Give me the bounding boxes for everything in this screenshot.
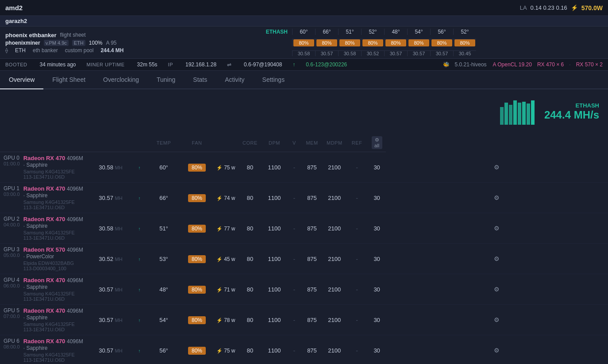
tabs-bar: Overview Flight Sheet Overclocking Tunin…	[0, 71, 608, 89]
all-button[interactable]: ⚙ all	[372, 136, 382, 149]
svg-rect-6	[527, 103, 530, 125]
ip-value: 192.168.1.28	[185, 61, 216, 68]
mem-cell: 2100	[323, 274, 346, 305]
th-mem: MEM	[301, 134, 323, 152]
fan-cell: 80%	[181, 244, 212, 274]
gpu-hashes-row: 30.58 30.57 30.58 30.52 30.57 30.57 30.5…	[257, 48, 608, 58]
svg-rect-0	[500, 107, 504, 125]
mem-cell: 2100	[323, 152, 346, 183]
table-row: GPU 4 06:00.0 Radeon RX 470 4096M · Sapp…	[0, 274, 608, 305]
status-bar: BOOTED 34 minutes ago MINER UPTIME 32m 5…	[0, 59, 608, 71]
core-cell: 80	[239, 305, 261, 335]
table-row: GPU 1 03:00.0 Radeon RX 470 4096M · Sapp…	[0, 183, 608, 213]
arrow-cell: ↑	[133, 335, 146, 364]
miner-right: ETHASH 60° 66° 51° 52° 48° 54° 56° 52° 8…	[257, 27, 608, 58]
watt-cell: ⚡ 75 w	[212, 335, 239, 364]
tab-flight-sheet[interactable]: Flight Sheet	[43, 71, 94, 89]
hive-ver: 5.0.21-hiveos	[455, 61, 487, 68]
dpm-cell: 1100	[261, 152, 288, 183]
v-cell: 875	[301, 244, 323, 274]
chart-hashrate: 244.4 MH/s	[544, 109, 599, 121]
hive-icon: 🐝	[443, 61, 450, 68]
gpu-hash-7: 30.45	[453, 50, 476, 56]
hashrate-chart	[500, 98, 535, 125]
la-values: 0.14 0.23 0.16	[531, 4, 567, 11]
th-ref: REF	[346, 134, 368, 152]
svg-rect-1	[504, 103, 508, 125]
fan-cell: 80%	[181, 152, 212, 183]
tab-overclocking[interactable]: Overclocking	[94, 71, 148, 89]
top-bar-right: LA 0.14 0.23 0.16 ⚡ 570.0W	[520, 4, 603, 11]
tune-cell[interactable]: ⚙	[386, 305, 608, 335]
watt-cell: ⚡ 75 w	[212, 152, 239, 183]
arrow-cell: ↑	[133, 152, 146, 183]
tab-settings[interactable]: Settings	[254, 71, 294, 89]
a-label: A 95	[106, 40, 116, 46]
dpm-cell: 1100	[261, 335, 288, 364]
gpu-temps-row: ETHASH 60° 66° 51° 52° 48° 54° 56° 52°	[257, 27, 608, 37]
gpu-id-cell: GPU 6 08:00.0 Radeon RX 470 4096M · Sapp…	[0, 335, 89, 364]
mdpm-cell: -	[346, 335, 368, 364]
tab-overview[interactable]: Overview	[0, 71, 43, 89]
miner-left: phoenix ethbanker flight sheet phoenixmi…	[0, 27, 257, 58]
table-row: GPU 5 07:00.0 Radeon RX 470 4096M · Sapp…	[0, 305, 608, 335]
ref-cell: 30	[368, 335, 386, 364]
th-hash	[89, 134, 133, 152]
th-mdpm: MDPM	[323, 134, 346, 152]
tune-cell[interactable]: ⚙	[386, 244, 608, 274]
gpu-id-cell: GPU 3 05:00.0 Radeon RX 570 4096M · Powe…	[0, 244, 89, 274]
mdpm-cell: -	[346, 183, 368, 213]
table-row: GPU 2 04:00.0 Radeon RX 470 4096M · Sapp…	[0, 213, 608, 244]
miner-section: phoenix ethbanker flight sheet phoenixmi…	[0, 27, 608, 59]
flight-sheet-label: flight sheet	[60, 32, 86, 38]
link-value: 0.6-97@190408	[244, 61, 282, 68]
coin-type-badge: ETH	[72, 40, 85, 46]
v-cell: 875	[301, 335, 323, 364]
gpu-table: TEMP FAN CORE DPM V MEM MDPM REF ⚙ all G…	[0, 134, 608, 364]
tune-cell[interactable]: ⚙	[386, 213, 608, 244]
coin-pool: eth banker	[33, 47, 58, 54]
core-cell: 80	[239, 244, 261, 274]
watt-cell: ⚡ 78 w	[212, 305, 239, 335]
chart-area: ETHASH 244.4 MH/s	[0, 98, 608, 134]
worker-bar: garazh2	[0, 16, 608, 27]
booted-label: BOOTED	[5, 62, 27, 67]
ip-label: IP	[168, 62, 173, 67]
v-cell: 875	[301, 152, 323, 183]
booted-value: 34 minutes ago	[39, 61, 76, 68]
tune-cell[interactable]: ⚙	[386, 183, 608, 213]
tune-cell[interactable]: ⚙	[386, 335, 608, 364]
th-tune[interactable]: ⚙ all	[368, 134, 386, 152]
th-temp: TEMP	[146, 134, 181, 152]
gpu-temp-3: 52°	[361, 29, 384, 35]
ref-cell: 30	[368, 305, 386, 335]
chart-info: ETHASH 244.4 MH/s	[544, 102, 599, 121]
tab-stats[interactable]: Stats	[184, 71, 216, 89]
tab-tuning[interactable]: Tuning	[148, 71, 184, 89]
gpu-hash-1: 30.57	[315, 50, 338, 56]
gpu-fan-7: 80%	[453, 39, 476, 46]
tab-activity[interactable]: Activity	[216, 71, 253, 89]
th-gpu	[0, 134, 89, 152]
gpu-temp-2: 51°	[338, 29, 361, 35]
gpu-temp-6: 56°	[430, 29, 453, 35]
power-value: 570.0W	[581, 4, 603, 11]
th-dpm: DPM	[261, 134, 288, 152]
watt-cell: ⚡ 74 w	[212, 183, 239, 213]
gpu-temp-1: 66°	[315, 29, 338, 35]
tune-cell[interactable]: ⚙	[386, 152, 608, 183]
mem-cell: 2100	[323, 183, 346, 213]
dpm-dash-cell: -	[288, 335, 301, 364]
gpu-temp-0: 60°	[292, 29, 315, 35]
fan-cell: 80%	[181, 183, 212, 213]
temp-cell: 60°	[146, 152, 181, 183]
th-core: CORE	[239, 134, 261, 152]
gpu-hash-2: 30.58	[338, 50, 361, 56]
hash-cell: 30.58 MH	[89, 213, 133, 244]
fan-cell: 80%	[181, 335, 212, 364]
mdpm-cell: -	[346, 274, 368, 305]
core-cell: 80	[239, 274, 261, 305]
tune-cell[interactable]: ⚙	[386, 274, 608, 305]
mem-cell: 2100	[323, 335, 346, 364]
hash-cell: 30.57 MH	[89, 183, 133, 213]
